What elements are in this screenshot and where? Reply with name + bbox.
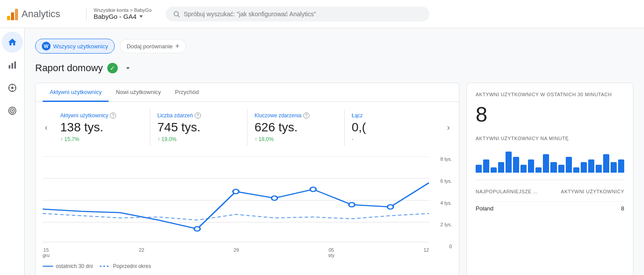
mini-bar xyxy=(491,167,497,173)
metric-value-1: 138 tys. xyxy=(60,120,143,134)
legend-previous: Poprzedni okres xyxy=(100,263,151,269)
mini-bar xyxy=(528,159,534,173)
locations-header: NAJPOPULARNIEJSZE ... AKTYWNI UŻYTKOWNIC… xyxy=(476,189,624,194)
x-label-1: 22 xyxy=(139,247,144,258)
svg-point-19 xyxy=(349,203,355,207)
chevron-down-icon xyxy=(126,67,130,69)
mini-bar xyxy=(603,154,609,173)
sidebar-item-reports[interactable] xyxy=(2,54,23,76)
svg-point-16 xyxy=(233,189,239,194)
add-comparison-label: Dodaj porównanie xyxy=(127,43,173,50)
line-chart xyxy=(43,156,429,244)
tab-revenue[interactable]: Przychód xyxy=(168,83,206,102)
breadcrumb-top: Wszystkie konta > BabyGo xyxy=(94,7,152,13)
add-comparison-button[interactable]: Dodaj porównanie + xyxy=(120,39,186,53)
metric-events[interactable]: Liczba zdarzeń ? 745 tys. ↑ 19,0% xyxy=(150,109,247,146)
mini-bar xyxy=(513,157,519,173)
metric-value-3: 626 tys. xyxy=(255,120,337,134)
plus-icon: + xyxy=(175,42,179,50)
tab-new-users[interactable]: Nowi użytkownicy xyxy=(109,83,168,102)
sidebar-item-explore[interactable] xyxy=(2,77,23,98)
legend-dashed-line xyxy=(100,266,110,267)
home-icon xyxy=(7,37,17,47)
tab-active-users[interactable]: Aktywni użytkownicy xyxy=(43,83,109,102)
metric-prev-button[interactable]: ‹ xyxy=(39,109,53,146)
x-label-3: 05 sty xyxy=(328,247,335,258)
sidebar-item-advertising[interactable] xyxy=(2,100,23,121)
metric-change-1: ↑ 15,7% xyxy=(60,136,143,142)
legend-solid-line xyxy=(43,266,53,267)
x-label-2: 29 xyxy=(233,247,239,258)
mini-bar xyxy=(596,165,602,173)
x-label-0: 15 gru xyxy=(43,247,50,258)
metrics-row: ‹ Aktywni użytkownicy ? 138 tys. ↑ 15,7% xyxy=(36,102,459,153)
breadcrumb-bottom[interactable]: BabyGo - GA4 xyxy=(94,13,152,20)
location-count: 8 xyxy=(621,205,624,212)
all-users-chip[interactable]: W Wszyscy użytkownicy xyxy=(35,39,115,54)
metric-active-users[interactable]: Aktywni użytkownicy ? 138 tys. ↑ 15,7% xyxy=(53,109,150,146)
realtime-title: AKTYWNI UŻYTKOWNICY W OSTATNICH 30 MINUT… xyxy=(476,92,624,97)
app-title: Analytics xyxy=(22,8,60,20)
svg-line-1 xyxy=(178,15,179,17)
mini-bar xyxy=(535,167,542,173)
metric-value-2: 745 tys. xyxy=(157,120,240,134)
dashboard-grid: Aktywni użytkownicy Nowi użytkownicy Prz… xyxy=(35,83,633,275)
legend-previous-label: Poprzedni okres xyxy=(113,263,151,269)
mini-bar xyxy=(581,162,587,173)
minute-label: AKTYWNI UŻYTKOWNICY NA MINUTĘ xyxy=(476,136,624,141)
main-card: Aktywni użytkownicy Nowi użytkownicy Prz… xyxy=(35,83,459,275)
legend-current: ostatnich 30 dni xyxy=(43,263,93,269)
explore-icon xyxy=(7,83,17,93)
locations-header-right: AKTYWNI UŻYTKOWNICY xyxy=(561,189,624,194)
x-label-4: 12 xyxy=(424,247,429,258)
metric-label-1: Aktywni użytkownicy ? xyxy=(60,112,143,119)
chevron-down-icon xyxy=(139,15,143,18)
mini-bar xyxy=(573,167,579,173)
mini-bar-chart xyxy=(476,152,624,173)
svg-rect-2 xyxy=(8,65,10,69)
info-icon-1[interactable]: ? xyxy=(110,112,116,119)
mini-bar xyxy=(611,162,617,173)
svg-point-17 xyxy=(272,196,277,200)
location-item-poland: Poland 8 xyxy=(476,201,624,215)
search-icon xyxy=(173,10,180,18)
chart-area: 15 gru 22 29 05 sty xyxy=(36,153,459,275)
report-dropdown-button[interactable] xyxy=(122,63,133,73)
search-bar[interactable] xyxy=(166,7,429,22)
mini-bar xyxy=(588,159,594,173)
info-icon-2[interactable]: ? xyxy=(195,112,201,119)
location-name: Poland xyxy=(476,205,493,212)
mini-bar xyxy=(506,152,512,173)
metric-change-4: - xyxy=(352,136,434,142)
report-title-row: Raport domowy ✓ xyxy=(35,62,633,74)
mini-bar xyxy=(520,165,527,173)
metric-total[interactable]: Łącz 0,( - xyxy=(345,109,441,146)
sidebar-item-home[interactable] xyxy=(2,32,23,53)
metric-change-3: ↑ 18,0% xyxy=(255,136,337,142)
chip-w-icon: W xyxy=(42,42,51,51)
mini-bar xyxy=(543,154,549,173)
mini-bar xyxy=(566,157,572,173)
x-axis-labels: 15 gru 22 29 05 sty xyxy=(43,247,429,258)
metric-next-button[interactable]: › xyxy=(441,109,455,146)
chart-legend: ostatnich 30 dni Poprzedni okres xyxy=(43,263,452,269)
svg-point-6 xyxy=(11,87,14,89)
svg-point-20 xyxy=(387,205,393,209)
svg-rect-4 xyxy=(14,62,16,69)
info-icon-3[interactable]: ? xyxy=(303,112,309,119)
metric-label-2: Liczba zdarzeń ? xyxy=(157,112,240,119)
mini-bar xyxy=(476,165,482,173)
svg-point-15 xyxy=(194,227,200,231)
svg-rect-3 xyxy=(11,63,13,69)
metric-key-events[interactable]: Kluczowe zdarzenia ? 626 tys. ↑ 18,0% xyxy=(247,109,345,146)
svg-point-9 xyxy=(11,110,13,112)
locations-header-left: NAJPOPULARNIEJSZE ... xyxy=(476,189,538,194)
metric-change-2: ↑ 19,0% xyxy=(157,136,240,142)
mini-bar xyxy=(618,159,624,173)
logo-icon xyxy=(7,8,18,20)
topbar: Analytics Wszystkie konta > BabyGo BabyG… xyxy=(0,0,644,28)
search-input[interactable] xyxy=(184,11,422,18)
mini-bar xyxy=(558,165,564,173)
metric-label-4: Łącz xyxy=(352,112,434,119)
right-panel: AKTYWNI UŻYTKOWNICY W OSTATNICH 30 MINUT… xyxy=(466,83,633,275)
